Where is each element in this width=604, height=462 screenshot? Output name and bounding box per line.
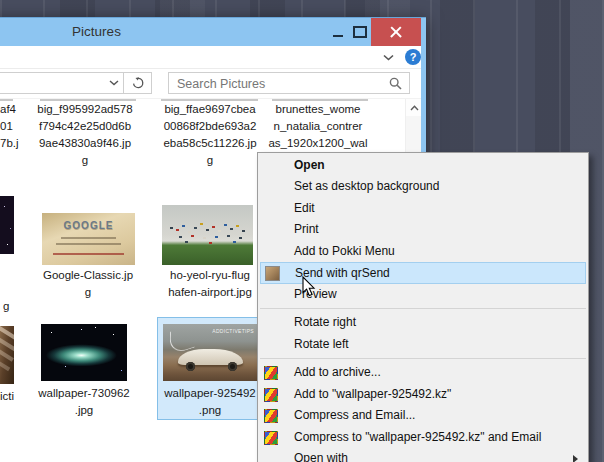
thumb-art-line bbox=[53, 253, 124, 255]
car-wheel-art bbox=[228, 362, 237, 371]
refresh-icon bbox=[132, 77, 144, 89]
address-dropdown-chevron-icon[interactable] bbox=[105, 72, 123, 94]
menu-item-open-with[interactable]: Open with bbox=[258, 448, 588, 462]
close-icon bbox=[390, 26, 402, 38]
menu-item-send-with-qrsend[interactable]: Send with qrSend bbox=[260, 262, 586, 284]
menu-item-label: Add to archive... bbox=[294, 365, 381, 379]
thumbnail-airport-planes[interactable] bbox=[162, 205, 253, 265]
menu-item-preview[interactable]: Preview bbox=[258, 284, 588, 306]
archive-icon bbox=[264, 431, 278, 445]
menu-item-add-to-named-archive[interactable]: Add to "wallpaper-925492.kz" bbox=[258, 384, 588, 406]
menu-separator bbox=[258, 305, 588, 312]
file-label-partial[interactable]: g bbox=[3, 298, 23, 315]
file-label[interactable]: wallpaper-730962.jpg bbox=[24, 385, 144, 419]
menu-item-add-to-pokki[interactable]: Add to Pokki Menu bbox=[258, 241, 588, 263]
menu-item-add-to-archive[interactable]: Add to archive... bbox=[258, 362, 588, 384]
menu-item-compress-to-and-email[interactable]: Compress to "wallpaper-925492.kz" and Em… bbox=[258, 427, 588, 449]
menu-separator bbox=[258, 355, 588, 362]
menu-item-open[interactable]: Open bbox=[258, 155, 588, 177]
file-label[interactable]: big_ffae9697cbea00868f2bde693a2eba58c5c1… bbox=[150, 101, 270, 169]
file-label[interactable]: ho-yeol-ryu-flughafen-airport.jpg bbox=[150, 267, 270, 301]
google-logo-text: GOOGLE bbox=[42, 220, 135, 231]
close-button[interactable] bbox=[371, 18, 421, 46]
file-label-selected[interactable]: wallpaper-925492.png bbox=[150, 385, 270, 419]
file-label-partial[interactable]: icti bbox=[0, 388, 22, 405]
menu-item-rotate-left[interactable]: Rotate left bbox=[258, 334, 588, 356]
thumbnail-galaxy[interactable] bbox=[41, 324, 127, 381]
menu-item-compress-and-email[interactable]: Compress and Email... bbox=[258, 405, 588, 427]
file-label-partial[interactable]: af4017b.j bbox=[0, 101, 26, 152]
title-bar[interactable]: Pictures bbox=[0, 18, 426, 46]
file-label[interactable]: big_f995992ad578f794c42e25d0d6b9ae43830a… bbox=[25, 101, 145, 169]
archive-icon bbox=[264, 409, 278, 423]
maximize-button[interactable] bbox=[349, 18, 371, 46]
planes-art bbox=[170, 227, 173, 229]
watermark-text: ADDICTIVETIPS bbox=[212, 328, 254, 334]
menu-item-rotate-right[interactable]: Rotate right bbox=[258, 312, 588, 334]
archive-icon bbox=[264, 366, 278, 380]
qrsend-icon bbox=[265, 266, 280, 281]
file-label[interactable]: Google-Classic.jpg bbox=[28, 267, 148, 301]
menu-item-label: Compress to "wallpaper-925492.kz" and Em… bbox=[294, 430, 541, 444]
ribbon-strip: ? bbox=[0, 46, 421, 69]
menu-item-set-desktop-background[interactable]: Set as desktop background bbox=[258, 176, 588, 198]
refresh-button[interactable] bbox=[123, 72, 152, 94]
interior-art bbox=[0, 326, 14, 343]
search-input[interactable] bbox=[175, 74, 379, 94]
stars-art bbox=[4, 206, 5, 207]
car-wheel-art bbox=[186, 362, 195, 371]
thumbnail-partial-space[interactable] bbox=[0, 196, 14, 254]
maximize-icon bbox=[353, 26, 367, 38]
thumbnail-partial-interior[interactable] bbox=[0, 326, 14, 384]
minimize-icon bbox=[333, 35, 343, 37]
desktop: Pictures ? bbox=[0, 0, 604, 462]
search-box bbox=[168, 72, 410, 94]
galaxy-art bbox=[41, 324, 127, 381]
stars-art bbox=[51, 332, 52, 333]
thumbnail-google-classic[interactable]: GOOGLE bbox=[42, 213, 135, 265]
thumb-art-line bbox=[56, 243, 121, 245]
menu-item-edit[interactable]: Edit bbox=[258, 198, 588, 220]
search-icon bbox=[389, 77, 402, 90]
archive-icon bbox=[264, 388, 278, 402]
toolbar bbox=[0, 69, 421, 99]
menu-item-label: Open with bbox=[294, 451, 348, 462]
menu-item-label: Send with qrSend bbox=[295, 266, 390, 280]
ribbon-expand-chevron-icon[interactable] bbox=[380, 50, 396, 64]
minimize-button[interactable] bbox=[327, 18, 349, 46]
file-label[interactable]: brunettes_women_natalia_contreras_1920x1… bbox=[258, 101, 378, 152]
thumbnail-car-selected[interactable]: ADDICTIVETIPS bbox=[163, 324, 258, 381]
menu-item-label: Compress and Email... bbox=[294, 408, 415, 422]
menu-item-label: Add to "wallpaper-925492.kz" bbox=[294, 387, 451, 401]
thumb-art-line bbox=[61, 237, 117, 239]
help-button[interactable]: ? bbox=[405, 49, 421, 65]
menu-item-print[interactable]: Print bbox=[258, 219, 588, 241]
context-menu: Open Set as desktop background Edit Prin… bbox=[257, 152, 589, 462]
submenu-arrow-icon bbox=[573, 455, 578, 462]
